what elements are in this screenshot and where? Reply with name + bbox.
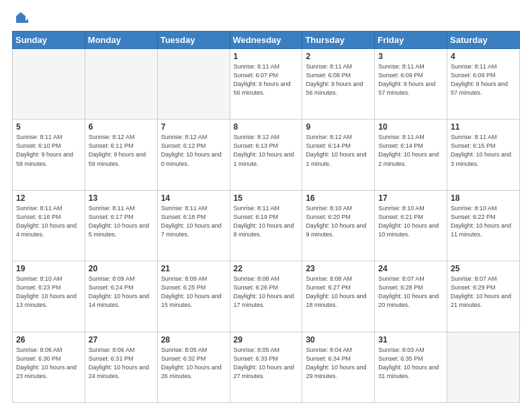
calendar-cell: 17Sunrise: 8:10 AM Sunset: 6:21 PM Dayli…: [375, 190, 447, 261]
calendar-cell: [85, 49, 157, 120]
day-info: Sunrise: 8:10 AM Sunset: 6:22 PM Dayligh…: [451, 204, 516, 239]
calendar-week-0: 1Sunrise: 8:11 AM Sunset: 6:07 PM Daylig…: [13, 49, 520, 120]
day-header-monday: Monday: [85, 32, 157, 49]
day-header-thursday: Thursday: [302, 32, 375, 49]
header: [12, 12, 520, 24]
calendar-cell: 12Sunrise: 8:11 AM Sunset: 6:16 PM Dayli…: [13, 190, 85, 261]
calendar-cell: 3Sunrise: 8:11 AM Sunset: 6:09 PM Daylig…: [375, 49, 447, 120]
calendar-cell: 26Sunrise: 8:06 AM Sunset: 6:30 PM Dayli…: [13, 332, 85, 402]
day-info: Sunrise: 8:11 AM Sunset: 6:19 PM Dayligh…: [234, 204, 299, 239]
calendar-cell: 15Sunrise: 8:11 AM Sunset: 6:19 PM Dayli…: [230, 190, 302, 261]
day-number: 18: [451, 193, 516, 203]
day-info: Sunrise: 8:08 AM Sunset: 6:26 PM Dayligh…: [234, 275, 299, 310]
day-info: Sunrise: 8:12 AM Sunset: 6:13 PM Dayligh…: [234, 133, 299, 168]
day-header-saturday: Saturday: [447, 32, 520, 49]
calendar-cell: 1Sunrise: 8:11 AM Sunset: 6:07 PM Daylig…: [230, 49, 302, 120]
day-info: Sunrise: 8:11 AM Sunset: 6:17 PM Dayligh…: [89, 204, 154, 239]
calendar-cell: 10Sunrise: 8:11 AM Sunset: 6:14 PM Dayli…: [375, 120, 447, 190]
day-number: 31: [378, 335, 443, 345]
day-info: Sunrise: 8:06 AM Sunset: 6:31 PM Dayligh…: [89, 346, 154, 381]
day-info: Sunrise: 8:05 AM Sunset: 6:33 PM Dayligh…: [234, 346, 299, 381]
day-info: Sunrise: 8:09 AM Sunset: 6:25 PM Dayligh…: [161, 275, 226, 310]
logo: [12, 12, 28, 24]
day-number: 17: [378, 193, 443, 203]
calendar-week-2: 12Sunrise: 8:11 AM Sunset: 6:16 PM Dayli…: [13, 190, 520, 261]
day-number: 8: [234, 122, 299, 132]
day-info: Sunrise: 8:11 AM Sunset: 6:16 PM Dayligh…: [16, 204, 81, 239]
day-info: Sunrise: 8:05 AM Sunset: 6:32 PM Dayligh…: [161, 346, 226, 381]
calendar-cell: 27Sunrise: 8:06 AM Sunset: 6:31 PM Dayli…: [85, 332, 157, 402]
calendar-header-row: SundayMondayTuesdayWednesdayThursdayFrid…: [13, 32, 520, 49]
day-info: Sunrise: 8:07 AM Sunset: 6:29 PM Dayligh…: [451, 275, 516, 310]
calendar-cell: 20Sunrise: 8:09 AM Sunset: 6:24 PM Dayli…: [85, 261, 157, 332]
day-number: 21: [161, 264, 226, 273]
calendar-cell: 25Sunrise: 8:07 AM Sunset: 6:29 PM Dayli…: [447, 261, 520, 332]
calendar-table: SundayMondayTuesdayWednesdayThursdayFrid…: [12, 31, 520, 403]
calendar-cell: 11Sunrise: 8:11 AM Sunset: 6:15 PM Dayli…: [447, 120, 520, 190]
day-info: Sunrise: 8:11 AM Sunset: 6:08 PM Dayligh…: [306, 62, 371, 97]
calendar-cell: 18Sunrise: 8:10 AM Sunset: 6:22 PM Dayli…: [447, 190, 520, 261]
day-number: 16: [306, 193, 371, 203]
day-number: 13: [89, 193, 154, 203]
day-number: 15: [234, 193, 299, 203]
calendar-cell: 24Sunrise: 8:07 AM Sunset: 6:28 PM Dayli…: [375, 261, 447, 332]
calendar-cell: 16Sunrise: 8:10 AM Sunset: 6:20 PM Dayli…: [302, 190, 375, 261]
calendar-cell: [157, 49, 230, 120]
calendar-week-4: 26Sunrise: 8:06 AM Sunset: 6:30 PM Dayli…: [13, 332, 520, 402]
day-info: Sunrise: 8:12 AM Sunset: 6:11 PM Dayligh…: [89, 133, 154, 168]
svg-marker-0: [16, 12, 26, 23]
day-info: Sunrise: 8:04 AM Sunset: 6:34 PM Dayligh…: [306, 346, 371, 381]
calendar-week-1: 5Sunrise: 8:11 AM Sunset: 6:10 PM Daylig…: [13, 120, 520, 190]
day-info: Sunrise: 8:10 AM Sunset: 6:23 PM Dayligh…: [16, 275, 81, 310]
day-number: 27: [89, 335, 154, 345]
day-info: Sunrise: 8:12 AM Sunset: 6:12 PM Dayligh…: [161, 133, 226, 168]
day-header-sunday: Sunday: [13, 32, 85, 49]
day-number: 9: [306, 122, 371, 132]
calendar-cell: 7Sunrise: 8:12 AM Sunset: 6:12 PM Daylig…: [157, 120, 230, 190]
day-number: 30: [306, 335, 371, 345]
day-number: 23: [306, 264, 371, 273]
day-number: 6: [89, 122, 154, 132]
calendar-cell: 4Sunrise: 8:11 AM Sunset: 6:09 PM Daylig…: [447, 49, 520, 120]
calendar-cell: 13Sunrise: 8:11 AM Sunset: 6:17 PM Dayli…: [85, 190, 157, 261]
day-info: Sunrise: 8:11 AM Sunset: 6:10 PM Dayligh…: [16, 133, 81, 168]
calendar-cell: 2Sunrise: 8:11 AM Sunset: 6:08 PM Daylig…: [302, 49, 375, 120]
day-number: 2: [306, 52, 371, 61]
calendar-cell: 30Sunrise: 8:04 AM Sunset: 6:34 PM Dayli…: [302, 332, 375, 402]
day-number: 25: [451, 264, 516, 273]
day-info: Sunrise: 8:12 AM Sunset: 6:14 PM Dayligh…: [306, 133, 371, 168]
calendar-cell: 23Sunrise: 8:08 AM Sunset: 6:27 PM Dayli…: [302, 261, 375, 332]
day-info: Sunrise: 8:11 AM Sunset: 6:14 PM Dayligh…: [378, 133, 443, 168]
day-number: 1: [234, 52, 299, 61]
calendar-cell: 22Sunrise: 8:08 AM Sunset: 6:26 PM Dayli…: [230, 261, 302, 332]
day-info: Sunrise: 8:06 AM Sunset: 6:30 PM Dayligh…: [16, 346, 81, 381]
day-info: Sunrise: 8:11 AM Sunset: 6:18 PM Dayligh…: [161, 204, 226, 239]
day-number: 11: [451, 122, 516, 132]
day-number: 5: [16, 122, 81, 132]
calendar-cell: [13, 49, 85, 120]
day-number: 10: [378, 122, 443, 132]
day-number: 22: [234, 264, 299, 273]
day-number: 12: [16, 193, 81, 203]
page: SundayMondayTuesdayWednesdayThursdayFrid…: [0, 0, 532, 411]
day-number: 26: [16, 335, 81, 345]
calendar-cell: 19Sunrise: 8:10 AM Sunset: 6:23 PM Dayli…: [13, 261, 85, 332]
day-info: Sunrise: 8:11 AM Sunset: 6:09 PM Dayligh…: [378, 62, 443, 97]
calendar-cell: 6Sunrise: 8:12 AM Sunset: 6:11 PM Daylig…: [85, 120, 157, 190]
day-header-wednesday: Wednesday: [230, 32, 302, 49]
calendar-cell: 28Sunrise: 8:05 AM Sunset: 6:32 PM Dayli…: [157, 332, 230, 402]
calendar-cell: 8Sunrise: 8:12 AM Sunset: 6:13 PM Daylig…: [230, 120, 302, 190]
day-number: 29: [234, 335, 299, 345]
day-number: 24: [378, 264, 443, 273]
calendar-cell: 9Sunrise: 8:12 AM Sunset: 6:14 PM Daylig…: [302, 120, 375, 190]
day-info: Sunrise: 8:08 AM Sunset: 6:27 PM Dayligh…: [306, 275, 371, 310]
day-number: 3: [378, 52, 443, 61]
calendar-cell: 31Sunrise: 8:03 AM Sunset: 6:35 PM Dayli…: [375, 332, 447, 402]
logo-icon: [13, 11, 28, 26]
day-number: 20: [89, 264, 154, 273]
day-header-tuesday: Tuesday: [157, 32, 230, 49]
day-info: Sunrise: 8:10 AM Sunset: 6:21 PM Dayligh…: [378, 204, 443, 239]
day-info: Sunrise: 8:11 AM Sunset: 6:15 PM Dayligh…: [451, 133, 516, 168]
calendar-cell: 29Sunrise: 8:05 AM Sunset: 6:33 PM Dayli…: [230, 332, 302, 402]
calendar-cell: 5Sunrise: 8:11 AM Sunset: 6:10 PM Daylig…: [13, 120, 85, 190]
